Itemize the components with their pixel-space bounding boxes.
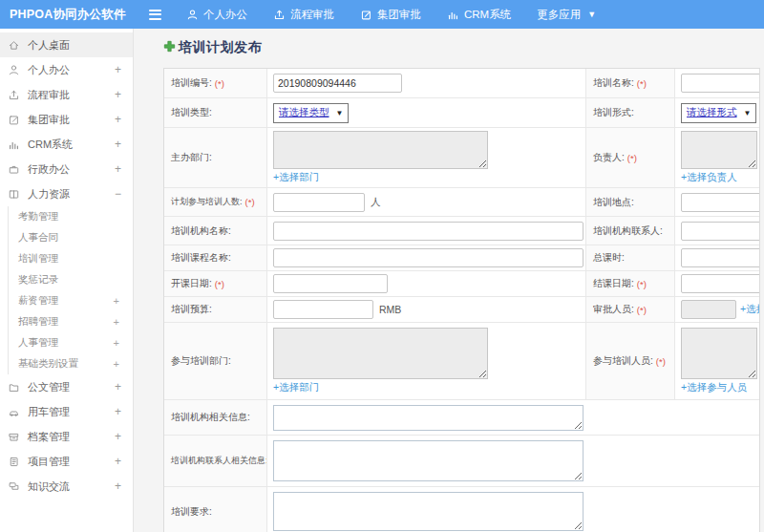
location-input[interactable]: [681, 193, 759, 212]
label-total-hours: 总课时:: [586, 245, 675, 270]
leader-textarea[interactable]: [681, 131, 757, 169]
select-dept-link[interactable]: +选择部门: [273, 171, 319, 184]
course-name-input[interactable]: [273, 248, 584, 267]
submenu-item-hr-contract[interactable]: 人事合同: [9, 227, 133, 248]
training-name-input[interactable]: [681, 74, 759, 93]
sidebar-item-hr[interactable]: 人力资源 −: [0, 181, 133, 206]
expand-icon[interactable]: +: [115, 479, 121, 493]
currency-suffix: RMB: [379, 304, 401, 315]
org-name-input[interactable]: [273, 222, 584, 241]
expand-icon[interactable]: +: [115, 138, 121, 151]
sidebar-submenu-hr: 考勤管理 人事合同 培训管理 奖惩记录 薪资管理+ 招聘管理+ 人事管理+ 基础…: [8, 206, 133, 374]
submenu-item-rewards[interactable]: 奖惩记录: [9, 269, 133, 290]
submenu-item-attendance[interactable]: 考勤管理: [9, 206, 133, 227]
expand-icon[interactable]: +: [114, 358, 119, 370]
label-org-name: 培训机构名称:: [164, 217, 267, 245]
sidebar-label: 行政办公: [28, 162, 70, 177]
expand-icon[interactable]: +: [115, 88, 121, 101]
submenu-label: 基础类别设置: [18, 357, 78, 371]
sidebar-item-projects[interactable]: 项目管理 +: [0, 449, 133, 474]
select-approver-link[interactable]: +选择审批人员: [740, 303, 759, 316]
sidebar-label: 人力资源: [28, 187, 70, 202]
org-info-textarea[interactable]: [273, 405, 584, 431]
required-mark: (*): [627, 153, 637, 163]
unit-suffix: 人: [371, 196, 381, 209]
requirements-textarea[interactable]: [273, 492, 584, 531]
submenu-item-recruit[interactable]: 招聘管理+: [9, 311, 133, 332]
submenu-item-base-category[interactable]: 基础类别设置+: [9, 353, 133, 374]
sidebar-item-admin-office[interactable]: 行政办公 +: [0, 157, 133, 181]
nav-item-group-approval[interactable]: 集团审批: [360, 8, 421, 22]
org-contact-info-textarea[interactable]: [273, 440, 584, 481]
expand-icon[interactable]: +: [115, 63, 121, 76]
expand-icon[interactable]: +: [115, 430, 121, 443]
sidebar-label: 用车管理: [28, 405, 70, 419]
submenu-item-training[interactable]: 培训管理: [9, 248, 133, 269]
expand-icon[interactable]: +: [115, 162, 121, 176]
label-training-no: 培训编号:(*): [164, 69, 267, 97]
menu-toggle-icon[interactable]: [149, 10, 161, 20]
nav-item-workflow-approval[interactable]: 流程审批: [273, 8, 334, 22]
content-area: 培训计划发布 培训编号:(*) 培训名称:(*) 培训类型: 请选择类型▼ 培训…: [135, 29, 764, 532]
nav-item-crm[interactable]: CRM系统: [447, 8, 511, 22]
sidebar-label: 档案管理: [28, 430, 70, 444]
expand-icon[interactable]: +: [114, 337, 119, 349]
sidebar-item-documents[interactable]: 公文管理 +: [0, 374, 133, 399]
training-type-select[interactable]: 请选择类型▼: [273, 103, 349, 123]
expand-icon[interactable]: +: [115, 113, 121, 126]
bar-chart-icon: [8, 138, 20, 151]
participate-dept-textarea[interactable]: [273, 328, 488, 379]
sidebar-label: 个人桌面: [28, 38, 70, 53]
label-requirements: 培训要求:: [164, 487, 267, 532]
label-org-contact-info: 培训机构联系人相关信息:: [164, 436, 267, 486]
app-window: PHPOA协同办公软件 个人办公 流程审批 集团审批 CRM系统 更多应用 ▼: [0, 0, 764, 532]
expand-icon[interactable]: +: [114, 316, 119, 328]
expand-icon[interactable]: +: [115, 455, 121, 468]
collapse-icon[interactable]: −: [115, 187, 121, 201]
org-contact-input[interactable]: [681, 222, 759, 241]
folder-icon: [8, 381, 20, 394]
training-no-input[interactable]: [273, 74, 402, 93]
planned-count-input[interactable]: [273, 193, 365, 212]
sidebar-item-knowledge[interactable]: 知识交流 +: [0, 474, 133, 499]
nav-label: 集团审批: [377, 8, 421, 22]
sidebar-item-workflow-approval[interactable]: 流程审批 +: [0, 82, 133, 107]
host-dept-textarea[interactable]: [273, 131, 488, 169]
sidebar-item-personal-office[interactable]: 个人办公 +: [0, 57, 133, 82]
submenu-label: 奖惩记录: [18, 273, 58, 287]
select-participants-link[interactable]: +选择参与人员: [681, 381, 747, 394]
sidebar-item-vehicle[interactable]: 用车管理 +: [0, 399, 133, 424]
briefcase-icon: [8, 163, 20, 176]
approver-input[interactable]: [681, 300, 736, 319]
budget-input[interactable]: [273, 300, 373, 319]
label-course-name: 培训课程名称:: [164, 245, 267, 270]
start-date-input[interactable]: [273, 274, 388, 293]
total-hours-input[interactable]: [681, 248, 759, 267]
sidebar-item-desktop[interactable]: 个人桌面: [0, 32, 133, 57]
nav-item-personal-office[interactable]: 个人办公: [186, 8, 247, 22]
sidebar-item-archives[interactable]: 档案管理 +: [0, 424, 133, 449]
expand-icon[interactable]: +: [115, 380, 121, 394]
required-mark: (*): [637, 78, 647, 89]
expand-icon[interactable]: +: [114, 295, 119, 307]
select-dept-link[interactable]: +选择部门: [273, 381, 319, 394]
select-leader-link[interactable]: +选择负责人: [681, 171, 737, 184]
training-form-select[interactable]: 请选择形式▼: [681, 103, 756, 123]
submenu-item-salary[interactable]: 薪资管理+: [9, 290, 133, 311]
sidebar-item-group-approval[interactable]: 集团审批 +: [0, 107, 133, 132]
submenu-item-personnel[interactable]: 人事管理+: [9, 332, 133, 353]
nav-item-more-apps[interactable]: 更多应用 ▼: [537, 8, 596, 22]
participants-textarea[interactable]: [681, 328, 757, 379]
expand-icon[interactable]: +: [115, 405, 121, 418]
required-mark: (*): [245, 197, 255, 207]
sidebar-item-crm[interactable]: CRM系统 +: [0, 132, 133, 157]
label-host-dept: 主办部门:: [164, 128, 267, 187]
label-approver: 审批人员:(*): [586, 297, 675, 322]
end-date-input[interactable]: [681, 274, 759, 293]
nav-label: 流程审批: [290, 8, 334, 22]
label-participate-dept: 参与培训部门:: [164, 323, 267, 399]
caret-down-icon: ▼: [587, 10, 596, 19]
sidebar-label: 流程审批: [28, 88, 70, 102]
nav-label: 更多应用: [537, 8, 581, 22]
required-mark: (*): [215, 279, 224, 289]
